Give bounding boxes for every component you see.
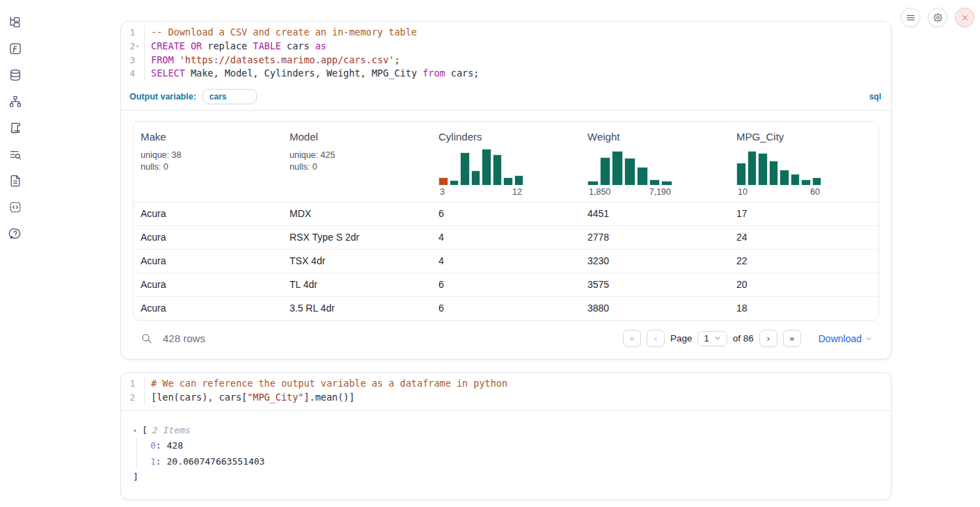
histogram-bar[interactable] (482, 149, 491, 185)
python-cell: 12# We can reference the output variable… (120, 372, 892, 500)
table-cell: 4 (432, 250, 580, 273)
column-name: Make (141, 131, 276, 143)
output-variable-input[interactable] (203, 89, 257, 104)
dependency-graph-icon[interactable] (7, 93, 23, 109)
column-header[interactable]: Makeunique: 38nulls: 0 (134, 129, 283, 202)
language-badge[interactable]: sql (869, 92, 881, 102)
histogram-bar[interactable] (736, 163, 746, 185)
scratchpad-icon[interactable] (7, 120, 23, 136)
line-number: 1 (129, 26, 135, 40)
table-cell: 2778 (580, 226, 729, 249)
last-page-button[interactable]: » (783, 330, 801, 347)
next-page-button[interactable]: › (759, 330, 777, 347)
histogram-axis-labels: 1,8507,190 (587, 187, 672, 197)
snippets-icon[interactable] (7, 199, 23, 215)
items-count-label: 2 Items (152, 423, 191, 439)
histogram-bar[interactable] (587, 181, 599, 185)
page-total-label: of 86 (733, 333, 754, 344)
table-cell: Acura (134, 202, 283, 225)
table-cell: Acura (134, 297, 283, 320)
table-cell: 22 (729, 250, 878, 273)
histogram-bar[interactable] (758, 153, 768, 185)
histogram-bar[interactable] (514, 175, 524, 186)
python-code-editor[interactable]: 12# We can reference the output variable… (121, 373, 891, 410)
column-name: Cylinders (438, 131, 574, 143)
fold-chevron-icon[interactable]: ▾ (136, 40, 142, 54)
code-line: CREATE OR replace TABLE cars as (151, 40, 479, 54)
histogram-bar[interactable] (780, 170, 789, 185)
table-cell: 18 (729, 297, 878, 320)
code-token: cars; (445, 67, 480, 79)
entry-value: : 20.060747663551403 (156, 456, 265, 467)
histogram-bar[interactable] (600, 157, 611, 186)
output-tree-body: 0: 4281: 20.060747663551403 (136, 438, 879, 469)
collapse-chevron-icon[interactable]: ▾ (133, 423, 142, 439)
entry-value: : 428 (156, 440, 183, 451)
histogram-bar[interactable] (637, 167, 648, 185)
data-table: Makeunique: 38nulls: 0Modelunique: 425nu… (133, 121, 879, 321)
histogram-axis-labels: 1060 (736, 187, 821, 197)
table-cell: RSX Type S 2dr (283, 226, 432, 249)
output-variable-label: Output variable: (129, 92, 196, 102)
column-header[interactable]: Cylinders312 (432, 129, 580, 202)
table-cell: Acura (134, 250, 283, 273)
page-label: Page (670, 333, 693, 344)
column-stats: unique: 425nulls: 0 (290, 150, 425, 173)
table-row: AcuraRSX Type S 2dr4277824 (134, 226, 878, 250)
column-histogram (736, 149, 821, 185)
help-icon[interactable] (7, 225, 23, 241)
table-cell: 3880 (580, 297, 729, 320)
page-select-value: 1 (704, 333, 709, 344)
search-icon[interactable] (141, 332, 152, 344)
histogram-bar[interactable] (612, 151, 623, 185)
download-button[interactable]: Download (819, 333, 872, 344)
table-cell: 3230 (580, 250, 729, 273)
table-cell: MDX (283, 202, 432, 225)
output-tree-entry: 1: 20.060747663551403 (150, 454, 879, 470)
sql-code-editor[interactable]: 12▾34-- Download a CSV and create an in-… (121, 22, 891, 86)
table-cell: Acura (134, 273, 283, 296)
histogram-bar[interactable] (791, 174, 800, 186)
page-select[interactable]: 1 (697, 331, 727, 346)
close-icon[interactable] (955, 8, 974, 27)
prev-page-button[interactable]: ‹ (647, 330, 665, 347)
settings-icon[interactable] (928, 8, 947, 27)
documentation-icon[interactable] (7, 172, 23, 188)
histogram-bar[interactable] (748, 151, 757, 185)
code-line: [len(cars), cars["MPG_City"].mean()] (151, 391, 507, 405)
table-cell: 24 (729, 226, 878, 249)
line-number: 1 (129, 377, 135, 391)
file-explorer-icon[interactable] (7, 14, 23, 30)
histogram-bar[interactable] (649, 179, 661, 185)
code-token: FROM (151, 54, 174, 65)
column-header[interactable]: Modelunique: 425nulls: 0 (283, 129, 432, 202)
code-token: [len(cars), cars[ (151, 392, 247, 403)
logs-icon[interactable] (7, 146, 23, 162)
entry-index: 0 (150, 440, 156, 451)
histogram-bar[interactable] (661, 181, 672, 185)
menu-icon[interactable] (901, 8, 920, 27)
histogram-bar[interactable] (801, 179, 811, 185)
output-tree: ▾ [ 2 Items 0: 4281: 20.060747663551403 … (133, 423, 879, 485)
histogram-bar[interactable] (460, 152, 470, 185)
histogram-bar[interactable] (438, 177, 448, 185)
histogram-bar[interactable] (493, 154, 503, 185)
code-token: "MPG_City" (247, 392, 303, 403)
code-token: from (422, 67, 445, 79)
histogram-bar[interactable] (769, 161, 779, 185)
code-token (174, 54, 180, 65)
histogram-bar[interactable] (624, 158, 635, 186)
chevron-down-icon (714, 333, 721, 344)
functions-icon[interactable] (7, 40, 23, 56)
column-header[interactable]: MPG_City1060 (729, 129, 878, 202)
code-token: # We can reference the output variable a… (151, 378, 507, 389)
first-page-button[interactable]: « (623, 330, 641, 347)
column-header[interactable]: Weight1,8507,190 (580, 129, 729, 202)
histogram-bar[interactable] (450, 180, 459, 185)
histogram-bar[interactable] (503, 177, 513, 185)
sidebar (7, 14, 23, 241)
histogram-bar[interactable] (471, 170, 481, 185)
datasources-icon[interactable] (7, 67, 23, 83)
histogram-bar[interactable] (812, 177, 822, 185)
column-stats: unique: 38nulls: 0 (141, 150, 276, 173)
